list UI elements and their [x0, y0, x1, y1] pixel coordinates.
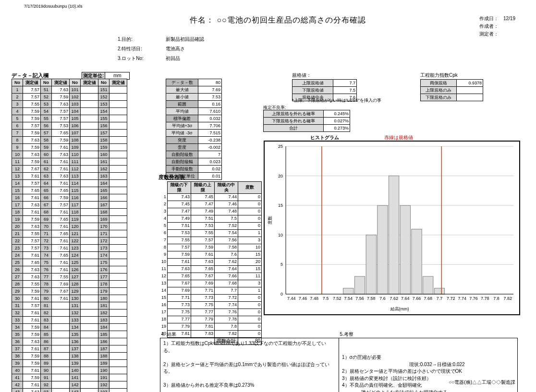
file-path: 7/17/2019dosuubunpu (10).xls	[24, 4, 83, 9]
svg-text:7.82: 7.82	[503, 296, 512, 301]
svg-text:25: 25	[278, 144, 283, 149]
svg-rect-16	[389, 176, 399, 294]
svg-text:0: 0	[280, 292, 283, 297]
created-date-label: 作成日：	[479, 16, 499, 21]
svg-rect-15	[378, 205, 388, 294]
svg-text:7.7: 7.7	[437, 296, 443, 301]
purpose-value: 新製品初回品確認	[166, 36, 204, 43]
freq-title: 度数分布表	[158, 174, 262, 181]
cpk-table: 両側規格0.9378上限規格のみ下限規格のみ	[420, 79, 483, 101]
lot-value: 初回品	[166, 55, 204, 62]
results-text: 1）工程能力指数はCpk=0.9378であり1.33以下なので工程能力が不足して…	[160, 338, 339, 392]
stats-table: デ－タ－数80最大値7.69最小値7.53範囲0.16平均値7.610標準偏差0…	[166, 79, 222, 180]
lot-label: 3.ロットNo:	[118, 55, 144, 62]
svg-text:10: 10	[278, 233, 283, 238]
svg-text:7.68: 7.68	[424, 296, 432, 301]
data-entry-table: No測定値No測定値No測定値No測定値 17.57517.6310115127…	[12, 79, 127, 392]
svg-rect-12	[343, 288, 353, 294]
data-entry-title: デ－タ－記入欄	[12, 72, 49, 79]
svg-text:7.5: 7.5	[323, 296, 329, 301]
svg-text:7.64: 7.64	[401, 296, 410, 301]
svg-text:7.66: 7.66	[413, 296, 421, 301]
char-value: 電池高さ	[166, 46, 204, 52]
purpose-label: 1.目的:	[118, 36, 144, 43]
svg-text:7.54: 7.54	[344, 296, 353, 301]
est-table: 上限規格を外れる確率0.245%下限規格を外れる確率0.027%合計0.273%	[263, 110, 350, 132]
created-by-label: 作成者：	[479, 23, 515, 30]
svg-text:5: 5	[280, 262, 283, 267]
kousatsu-label: 5.考察	[339, 331, 518, 338]
svg-text:7.46: 7.46	[299, 296, 307, 301]
histogram-note: 赤線は規格値	[384, 134, 413, 141]
histogram-title: ヒストグラム	[310, 134, 339, 141]
svg-text:7.62: 7.62	[390, 296, 398, 301]
spec-block: 規格値： 上限規格値7.7下限規格値7.5規格値中央7.6	[292, 72, 357, 101]
svg-rect-20	[434, 288, 444, 294]
svg-text:7.52: 7.52	[333, 296, 341, 301]
page-number: 12/19	[503, 16, 515, 21]
svg-rect-17	[400, 205, 410, 294]
char-label: 2.特性項目:	[118, 46, 144, 52]
svg-rect-18	[412, 229, 422, 294]
svg-rect-14	[366, 235, 376, 294]
svg-text:7.6: 7.6	[379, 296, 386, 301]
meta-right: 作成日： 12/19 作成者： 測定者：	[479, 15, 515, 38]
svg-text:7.74: 7.74	[458, 296, 467, 301]
freq-table: 階級の下限階級の上限階級の中央度数 17.437.457.44027.457.4…	[158, 181, 262, 345]
measured-by-label: 測定者：	[479, 31, 515, 37]
svg-rect-13	[354, 276, 365, 294]
svg-text:7.48: 7.48	[310, 296, 318, 301]
meta-values: 新製品初回品確認 電池高さ 初回品	[166, 36, 204, 65]
svg-text:7.78: 7.78	[481, 296, 489, 301]
cpk-title: 工程能力指数Cpk	[420, 72, 483, 79]
page-title: 件名： ○○電池の初回生産品の総高さの分布確認	[190, 15, 366, 25]
svg-text:7.58: 7.58	[367, 296, 376, 301]
svg-rect-19	[423, 276, 433, 294]
svg-text:7.76: 7.76	[469, 296, 478, 301]
svg-text:給高(mm): 給高(mm)	[390, 307, 409, 311]
spec-note: *上限、下限規格がない時は"LESS"を挿入の事	[292, 97, 381, 104]
results-label: 4. 結果	[160, 331, 339, 338]
footer-text: ○○電器(株)△△工場◇◇製造課	[449, 379, 515, 386]
svg-text:7.56: 7.56	[355, 296, 364, 301]
svg-text:度数: 度数	[268, 216, 272, 225]
svg-text:20: 20	[278, 174, 283, 178]
svg-text:7.8: 7.8	[493, 296, 499, 301]
svg-text:7.44: 7.44	[287, 296, 296, 301]
spec-title: 規格値：	[292, 72, 357, 79]
histogram-chart: 05101520257.447.467.487.57.527.547.567.5…	[265, 142, 519, 314]
cpk-block: 工程能力指数Cpk 両側規格0.9378上限規格のみ下限規格のみ	[420, 72, 483, 101]
meta-labels: 1.目的: 2.特性項目: 3.ロットNo:	[118, 36, 144, 65]
histogram-box: 05101520257.447.467.487.57.527.547.567.5…	[264, 141, 520, 315]
svg-text:7.72: 7.72	[447, 296, 455, 301]
svg-text:15: 15	[278, 203, 283, 208]
